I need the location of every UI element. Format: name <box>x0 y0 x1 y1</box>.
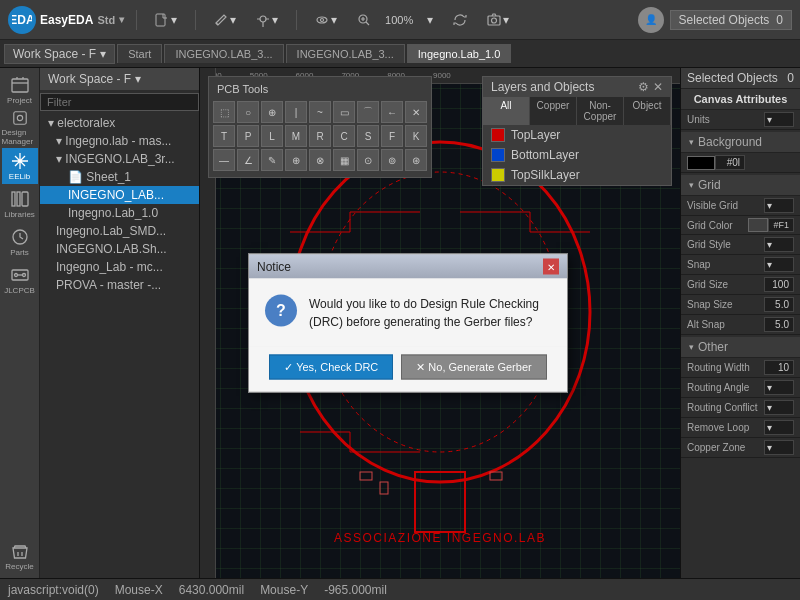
sidebar-item-recycle[interactable]: Recycle <box>2 538 38 574</box>
tool-b1[interactable]: — <box>213 149 235 171</box>
app-dropdown[interactable]: ▾ <box>119 14 124 25</box>
grid-style-dropdown[interactable]: ▾ <box>764 237 794 252</box>
tool-b7[interactable]: ⊙ <box>357 149 379 171</box>
tool-circle[interactable]: ○ <box>237 101 259 123</box>
tab-ingegno3[interactable]: Ingegno.Lab_1.0 <box>407 44 512 63</box>
layer-topsilklayer[interactable]: TopSilkLayer <box>483 165 671 185</box>
tool-t6[interactable]: C <box>333 125 355 147</box>
tool-curve[interactable]: ~ <box>309 101 331 123</box>
layers-close-icon[interactable]: ✕ <box>653 80 663 94</box>
tab-ingegno1[interactable]: INGEGNO.LAB_3... <box>164 44 283 63</box>
user-avatar[interactable]: 👤 <box>638 7 664 33</box>
routing-angle-dropdown[interactable]: ▾ <box>764 380 794 395</box>
eye-btn[interactable]: ▾ <box>309 11 343 29</box>
zoom-dropdown[interactable]: ▾ <box>421 11 439 29</box>
tool-cross[interactable]: ✕ <box>405 101 427 123</box>
tree-item-ingegno-mas[interactable]: ▾ Ingegno.lab - mas... <box>40 132 199 150</box>
tool-b8[interactable]: ⊚ <box>381 149 403 171</box>
tool-arc[interactable]: ⌒ <box>357 101 379 123</box>
snap-dropdown[interactable]: ▾ <box>764 257 794 272</box>
tool-line[interactable]: | <box>285 101 307 123</box>
tool-b4[interactable]: ⊕ <box>285 149 307 171</box>
layer-tab-object[interactable]: Object <box>624 97 671 125</box>
tab-ingegno2[interactable]: INGEGNO.LAB_3... <box>286 44 405 63</box>
dialog-title: Notice <box>257 260 291 274</box>
dialog-close-button[interactable]: ✕ <box>543 259 559 275</box>
app-edition: Std <box>97 14 115 26</box>
zoom-level[interactable]: 100% <box>385 14 413 26</box>
tool-t5[interactable]: R <box>309 125 331 147</box>
tool-t7[interactable]: S <box>357 125 379 147</box>
remove-loop-row: Remove Loop ▾ <box>681 418 800 438</box>
svg-point-3 <box>260 16 266 22</box>
routing-conflict-dropdown[interactable]: ▾ <box>764 400 794 415</box>
camera-btn[interactable]: ▾ <box>481 11 515 29</box>
refresh-btn[interactable] <box>447 11 473 29</box>
remove-loop-dropdown[interactable]: ▾ <box>764 420 794 435</box>
tree-item-prova[interactable]: PROVA - master -... <box>40 276 199 294</box>
sidebar-item-libraries[interactable]: Libraries <box>2 186 38 222</box>
grid-color-swatch[interactable] <box>748 218 768 232</box>
tree-item-ingegno-labsh[interactable]: INGEGNO.LAB.Sh... <box>40 240 199 258</box>
tree-item-ingegno-smd[interactable]: Ingegno.Lab_SMD... <box>40 222 199 240</box>
sidebar-item-project[interactable]: Project <box>2 72 38 108</box>
tool-b5[interactable]: ⊗ <box>309 149 331 171</box>
filter-input[interactable] <box>40 93 199 111</box>
location-btn[interactable]: ▾ <box>250 11 284 29</box>
status-bar: javascript:void(0) Mouse-X 6430.000mil M… <box>0 578 800 600</box>
tool-b3[interactable]: ✎ <box>261 149 283 171</box>
grid-size-value[interactable]: 100 <box>764 277 794 292</box>
pencil-btn[interactable]: ▾ <box>208 11 242 29</box>
snap-size-value[interactable]: 5.0 <box>764 297 794 312</box>
tab-start[interactable]: Start <box>117 44 162 63</box>
tool-b2[interactable]: ∠ <box>237 149 259 171</box>
workspace-selector[interactable]: Work Space - F ▾ <box>4 44 115 64</box>
layer-toplayer[interactable]: TopLayer <box>483 125 671 145</box>
copper-zone-dropdown[interactable]: ▾ <box>764 440 794 455</box>
layers-settings-icon[interactable]: ⚙ <box>638 80 649 94</box>
tool-t4[interactable]: M <box>285 125 307 147</box>
tools-row-2: T P L M R C S F K <box>213 125 427 147</box>
layer-tab-all[interactable]: All <box>483 97 530 125</box>
tool-arrow[interactable]: ← <box>381 101 403 123</box>
file-btn[interactable]: ▾ <box>149 11 183 29</box>
tool-t1[interactable]: T <box>213 125 235 147</box>
other-section: ▾ Other <box>681 337 800 358</box>
tool-t2[interactable]: P <box>237 125 259 147</box>
units-dropdown[interactable]: ▾ <box>764 112 794 127</box>
visible-grid-dropdown[interactable]: ▾ <box>764 198 794 213</box>
tool-select[interactable]: ⬚ <box>213 101 235 123</box>
tool-t8[interactable]: F <box>381 125 403 147</box>
tool-b9[interactable]: ⊛ <box>405 149 427 171</box>
layer-tab-noncopper[interactable]: Non-Copper <box>577 97 624 125</box>
tree-item-ingegno-lab10[interactable]: Ingegno.Lab_1.0 <box>40 204 199 222</box>
tool-b6[interactable]: ▦ <box>333 149 355 171</box>
tool-t3[interactable]: L <box>261 125 283 147</box>
tree-item-ingegno-lab3[interactable]: ▾ INGEGNO.LAB_3r... <box>40 150 199 168</box>
layer-bottomlayer[interactable]: BottomLayer <box>483 145 671 165</box>
canvas-area[interactable]: 4000 5000 6000 7000 8000 9000 <box>200 68 680 578</box>
background-color-swatch[interactable] <box>687 156 715 170</box>
alt-snap-value[interactable]: 5.0 <box>764 317 794 332</box>
copper-zone-label: Copper Zone <box>687 442 764 453</box>
mouse-y-label: Mouse-Y <box>260 583 308 597</box>
layer-tab-copper[interactable]: Copper <box>530 97 577 125</box>
routing-width-value[interactable]: 10 <box>764 360 794 375</box>
sidebar-item-jlcpcb[interactable]: JLCPCB <box>2 262 38 298</box>
tree-item-ingegno-mc[interactable]: Ingegno_Lab - mc... <box>40 258 199 276</box>
tool-t9[interactable]: K <box>405 125 427 147</box>
tree-item-ingegno-lab-selected[interactable]: INGEGNO_LAB... <box>40 186 199 204</box>
tree-item-sheet1[interactable]: 📄 Sheet_1 <box>40 168 199 186</box>
sidebar-item-parts[interactable]: Parts <box>2 224 38 260</box>
tool-via[interactable]: ⊕ <box>261 101 283 123</box>
dialog-yes-button[interactable]: ✓ Yes, Check DRC <box>269 355 393 380</box>
zoom-in-btn[interactable] <box>351 11 377 29</box>
tools-row-1: ⬚ ○ ⊕ | ~ ▭ ⌒ ← ✕ <box>213 101 427 123</box>
tool-rect[interactable]: ▭ <box>333 101 355 123</box>
alt-snap-row: Alt Snap 5.0 <box>681 315 800 335</box>
dialog-no-button[interactable]: ✕ No, Generate Gerber <box>401 355 546 380</box>
background-row: #0l <box>681 153 800 173</box>
sidebar-item-design-manager[interactable]: Design Manager <box>2 110 38 146</box>
tree-item-electoralex[interactable]: ▾ electoralex <box>40 114 199 132</box>
sidebar-item-eelib[interactable]: EELib <box>2 148 38 184</box>
